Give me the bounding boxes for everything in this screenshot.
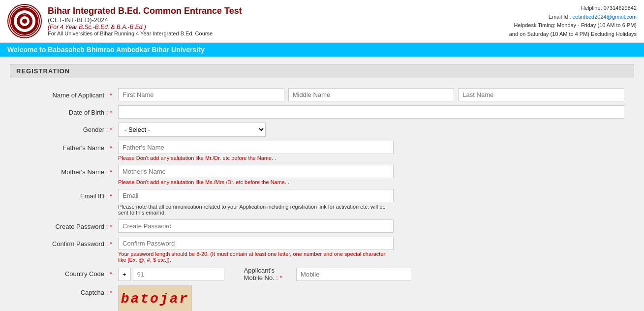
- mothers-name-field: Please Don't add any salutation like Ms.…: [118, 165, 624, 185]
- captcha-label: Captcha : *: [20, 285, 118, 296]
- name-fields: [118, 88, 624, 101]
- email-note: Please note that all communication relat…: [118, 204, 394, 216]
- confirm-password-input[interactable]: [118, 237, 394, 250]
- captcha-display: batojar: [121, 291, 189, 307]
- svg-text:बिहार: बिहार: [22, 13, 27, 16]
- registration-section: REGISTRATION Name of Applicant : * Date …: [0, 57, 644, 311]
- timing: Helpdesk Timing: Monday - Friday (10 AM …: [509, 21, 637, 30]
- saturday-timing: and on Saturday (10 AM to 4 PM) Excludin…: [509, 30, 637, 39]
- email-id-label: Email ID : *: [20, 189, 118, 200]
- registration-header: REGISTRATION: [10, 64, 634, 78]
- header: बिहार Bihar Integrated B.Ed. Common Entr…: [0, 0, 644, 43]
- fathers-hint: Please Don't add any salutation like Mr.…: [118, 155, 624, 161]
- country-mobile-row: Country Code : * + Applicant's Mobile No…: [20, 267, 624, 281]
- captcha-row: Captcha : * batojar Not readable? Change…: [20, 285, 624, 311]
- helpline: Helpline: 07314629842: [509, 4, 637, 13]
- country-mobile-fields: + Applicant's Mobile No. : *: [118, 267, 624, 281]
- name-row: Name of Applicant : *: [20, 88, 624, 101]
- svg-point-5: [22, 19, 27, 24]
- fathers-name-input[interactable]: [118, 141, 394, 154]
- dob-field: [118, 105, 624, 119]
- country-code-label: Country Code : *: [20, 267, 118, 278]
- dob-label: Date of Birth : *: [20, 105, 118, 116]
- form-container: Name of Applicant : * Date of Birth : * …: [10, 88, 634, 311]
- country-mobile-inner: + Applicant's Mobile No. : *: [118, 267, 624, 281]
- dob-input[interactable]: [118, 105, 624, 119]
- create-password-row: Create Password : *: [20, 219, 624, 233]
- email-link[interactable]: cetintbed2024@gmail.com: [573, 14, 637, 20]
- dob-row: Date of Birth : *: [20, 105, 624, 119]
- confirm-password-label: Confirm Password : *: [20, 237, 118, 248]
- captcha-field: batojar Not readable? Change text.: [118, 285, 624, 311]
- mothers-name-label: Mother's Name : *: [20, 165, 118, 176]
- gender-row: Gender : * - Select - Male Female Other: [20, 123, 624, 137]
- gender-select[interactable]: - Select - Male Female Other: [118, 123, 266, 137]
- main-title: Bihar Integrated B.Ed. Common Entrance T…: [48, 6, 242, 16]
- header-right: Helpline: 07314629842 Email Id : cetintb…: [509, 4, 637, 38]
- course: (For 4 Year B.Sc.-B.Ed. & B.A.-B.Ed.): [48, 24, 242, 31]
- email-label: Email Id :: [549, 14, 571, 20]
- confirm-password-field: Your password length should be 8-20. (It…: [118, 237, 624, 263]
- mothers-hint: Please Don't add any salutation like Ms.…: [118, 179, 624, 185]
- confirm-password-row: Confirm Password : * Your password lengt…: [20, 237, 624, 263]
- mothers-name-input[interactable]: [118, 165, 394, 178]
- middle-name-input[interactable]: [288, 88, 455, 101]
- fathers-name-field: Please Don't add any salutation like Mr.…: [118, 141, 624, 161]
- first-name-input[interactable]: [118, 88, 284, 101]
- country-section: +: [118, 268, 224, 281]
- gender-label: Gender : *: [20, 123, 118, 133]
- mothers-name-row: Mother's Name : * Please Don't add any s…: [20, 165, 624, 185]
- password-hint: Your password length should be 8-20. (It…: [118, 251, 394, 263]
- captcha-image: batojar: [118, 285, 192, 311]
- create-password-input[interactable]: [118, 219, 394, 233]
- mobile-input[interactable]: [296, 268, 411, 281]
- mobile-label: Applicant's Mobile No. : *: [244, 267, 291, 281]
- email-field-container: Please note that all communication relat…: [118, 189, 624, 216]
- email-info: Email Id : cetintbed2024@gmail.com: [509, 13, 637, 22]
- email-input[interactable]: [118, 189, 394, 202]
- fathers-name-label: Father's Name : *: [20, 141, 118, 152]
- subtitle: (CET-INT-BED)-2024: [48, 16, 242, 24]
- mobile-section: Applicant's Mobile No. : *: [244, 267, 411, 281]
- email-row: Email ID : * Please note that all commun…: [20, 189, 624, 216]
- fathers-name-row: Father's Name : * Please Don't add any s…: [20, 141, 624, 161]
- logo: बिहार: [7, 4, 42, 38]
- welcome-bar: Welcome to Babasaheb Bhimrao Ambedkar Bi…: [0, 43, 644, 57]
- last-name-input[interactable]: [458, 88, 624, 101]
- universities: For All Universities of Bihar Running 4 …: [48, 31, 242, 36]
- plus-button[interactable]: +: [118, 268, 131, 281]
- header-left: बिहार Bihar Integrated B.Ed. Common Entr…: [7, 4, 242, 38]
- country-code-input[interactable]: [133, 268, 224, 281]
- header-title: Bihar Integrated B.Ed. Common Entrance T…: [48, 6, 242, 36]
- create-password-label: Create Password : *: [20, 219, 118, 230]
- name-label: Name of Applicant : *: [20, 88, 118, 99]
- create-password-field: [118, 219, 624, 233]
- gender-field: - Select - Male Female Other: [118, 123, 624, 137]
